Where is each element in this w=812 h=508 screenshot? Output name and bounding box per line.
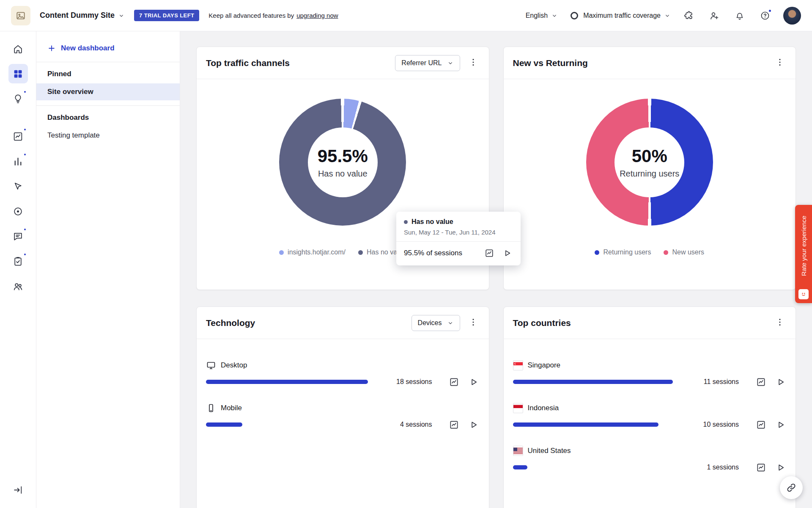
- referrer-url-select[interactable]: Referrer URL: [395, 55, 460, 71]
- play-recordings-button[interactable]: [501, 247, 513, 259]
- nav-feedback[interactable]: [8, 226, 28, 246]
- view-chart-button[interactable]: [483, 247, 495, 259]
- view-chart-button[interactable]: [448, 376, 460, 388]
- dashboard-grid-icon: [13, 69, 23, 79]
- nav-surveys[interactable]: [8, 251, 28, 271]
- sidebar-item-testing-template[interactable]: Testing template: [36, 127, 180, 144]
- legend-item[interactable]: New users: [664, 248, 704, 256]
- new-dashboard-button[interactable]: New dashboard: [36, 41, 180, 62]
- invite-user-button[interactable]: [707, 8, 721, 23]
- donut-label: Returning users: [620, 169, 679, 179]
- row-label-line: Desktop: [206, 360, 480, 370]
- view-chart-button[interactable]: [755, 419, 767, 431]
- view-chart-button[interactable]: [448, 419, 460, 431]
- plus-icon: [47, 44, 56, 52]
- view-chart-button[interactable]: [755, 461, 767, 473]
- card-menu-button[interactable]: [467, 317, 480, 329]
- trial-text: Keep all advanced features by: [208, 12, 294, 19]
- chart-box-icon: [449, 377, 459, 387]
- play-icon: [776, 420, 785, 430]
- bar-fill: [513, 380, 673, 384]
- avatar[interactable]: [783, 7, 801, 25]
- play-recordings-button[interactable]: [774, 419, 786, 431]
- card-header: New vs Returning: [504, 47, 796, 79]
- legend-dot: [595, 250, 599, 255]
- rate-experience-tab[interactable]: Rate your experience: [795, 205, 812, 303]
- kebab-icon: [775, 318, 785, 329]
- coverage-label: Maximum traffic coverage: [583, 12, 661, 19]
- notification-dot: [768, 9, 772, 13]
- legend-item[interactable]: insights.hotjar.com/: [279, 248, 346, 256]
- nav-trends[interactable]: [8, 127, 28, 146]
- card-menu-button[interactable]: [774, 57, 786, 69]
- play-recordings-button[interactable]: [468, 419, 480, 431]
- row-bar-line: 11 sessions: [513, 376, 787, 388]
- copy-link-button[interactable]: [780, 476, 803, 499]
- bar-fill: [513, 465, 527, 469]
- returning-donut-chart[interactable]: 50% Returning users: [586, 99, 713, 226]
- nav-funnels[interactable]: [8, 152, 28, 171]
- language-selector[interactable]: English: [526, 12, 558, 19]
- countries-rows: Singapore 11 sessions: [504, 339, 796, 493]
- card-header: Technology Devices: [197, 307, 489, 339]
- legend-label: New users: [672, 248, 704, 256]
- donut-chart-area: 50% Returning users Returning users New …: [504, 79, 796, 256]
- donut-value: 95.5%: [318, 146, 368, 166]
- nav-highlights[interactable]: [8, 89, 28, 108]
- list-item-indonesia: Indonesia 10 sessions: [513, 403, 787, 431]
- dashboards-header: Dashboards: [36, 106, 180, 127]
- tooltip-value-row: 95.5% of sessions: [396, 242, 521, 265]
- collapse-sidebar-button[interactable]: [8, 480, 28, 500]
- chevron-down-icon: [664, 12, 671, 19]
- kebab-icon: [775, 58, 785, 69]
- upgrade-link[interactable]: upgrading now: [296, 12, 338, 19]
- play-recordings-button[interactable]: [468, 376, 480, 388]
- play-icon: [776, 463, 785, 472]
- help-button[interactable]: [758, 8, 772, 23]
- traffic-coverage-selector[interactable]: Maximum traffic coverage: [569, 10, 671, 21]
- nav-heatmaps[interactable]: [8, 177, 28, 196]
- trend-chart-icon: [13, 131, 23, 142]
- icon-rail: [0, 31, 36, 508]
- card-menu-button[interactable]: [774, 317, 786, 329]
- nav-dashboards[interactable]: [8, 64, 28, 83]
- kebab-icon: [469, 318, 478, 329]
- card-title: Top traffic channels: [206, 58, 290, 68]
- bar-chart-icon: [13, 156, 23, 167]
- app-logo[interactable]: [11, 6, 30, 25]
- notification-dot: [23, 253, 27, 256]
- nav-home[interactable]: [8, 39, 28, 58]
- card-menu-button[interactable]: [467, 57, 480, 69]
- chart-box-icon: [756, 377, 766, 387]
- row-label-line: Indonesia: [513, 403, 787, 413]
- us-flag-icon: [513, 446, 523, 456]
- integrations-button[interactable]: [682, 8, 696, 23]
- notifications-button[interactable]: [732, 8, 747, 23]
- person-add-icon: [709, 11, 719, 21]
- tooltip-dot: [404, 220, 408, 224]
- sidebar-item-site-overview[interactable]: Site overview: [36, 83, 180, 100]
- donut-center: 50% Returning users: [614, 127, 684, 197]
- devices-select[interactable]: Devices: [411, 315, 460, 331]
- nav-recordings[interactable]: [8, 202, 28, 221]
- site-selector[interactable]: Content Dummy Site: [40, 11, 125, 20]
- legend-item[interactable]: Returning users: [595, 248, 651, 256]
- play-recordings-button[interactable]: [774, 376, 786, 388]
- legend-dot: [358, 250, 363, 255]
- nav-users[interactable]: [8, 276, 28, 296]
- card-top-countries: Top countries Singapore: [503, 306, 796, 508]
- traffic-donut-chart[interactable]: 95.5% Has no value: [279, 99, 406, 226]
- play-recordings-button[interactable]: [774, 461, 786, 473]
- donut-label: Has no value: [318, 169, 368, 179]
- puzzle-icon: [684, 11, 694, 21]
- new-dashboard-label: New dashboard: [61, 44, 115, 52]
- donut-value: 50%: [632, 146, 667, 166]
- bar-fill: [513, 422, 658, 427]
- view-chart-button[interactable]: [755, 376, 767, 388]
- legend-dot: [279, 250, 284, 255]
- app-shell: New dashboard Pinned Site overview Dashb…: [0, 31, 812, 508]
- ring-gauge-icon: [569, 10, 580, 21]
- chart-tooltip: Has no value Sun, May 12 - Tue, Jun 11, …: [396, 212, 521, 265]
- bar-track: [513, 422, 695, 427]
- card-new-vs-returning: New vs Returning 50% Returning users: [503, 47, 796, 290]
